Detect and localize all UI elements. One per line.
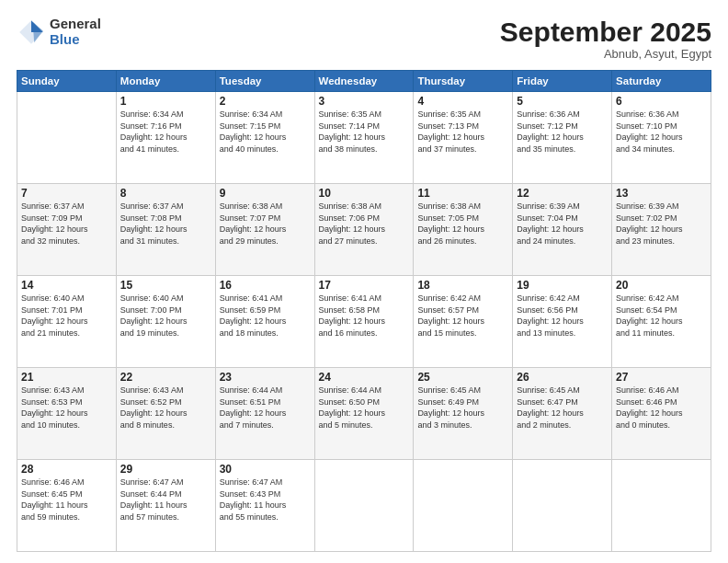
calendar-cell: 29Sunrise: 6:47 AM Sunset: 6:44 PM Dayli… (116, 460, 215, 552)
day-info: Sunrise: 6:34 AM Sunset: 7:16 PM Dayligh… (120, 109, 211, 155)
day-number: 5 (517, 95, 608, 108)
day-info: Sunrise: 6:38 AM Sunset: 7:05 PM Dayligh… (417, 201, 508, 247)
day-number: 12 (517, 187, 608, 200)
day-info: Sunrise: 6:35 AM Sunset: 7:13 PM Dayligh… (417, 109, 508, 155)
calendar-cell: 9Sunrise: 6:38 AM Sunset: 7:07 PM Daylig… (215, 184, 314, 276)
calendar-cell: 3Sunrise: 6:35 AM Sunset: 7:14 PM Daylig… (314, 92, 414, 184)
calendar-cell: 16Sunrise: 6:41 AM Sunset: 6:59 PM Dayli… (215, 276, 314, 368)
day-number: 10 (319, 187, 410, 200)
calendar-cell (314, 460, 414, 552)
day-info: Sunrise: 6:40 AM Sunset: 7:00 PM Dayligh… (120, 293, 211, 339)
calendar-cell: 17Sunrise: 6:41 AM Sunset: 6:58 PM Dayli… (314, 276, 414, 368)
day-info: Sunrise: 6:42 AM Sunset: 6:54 PM Dayligh… (616, 293, 707, 339)
day-number: 1 (120, 95, 211, 108)
calendar-cell: 30Sunrise: 6:47 AM Sunset: 6:43 PM Dayli… (215, 460, 314, 552)
day-number: 22 (120, 371, 211, 384)
calendar-cell: 5Sunrise: 6:36 AM Sunset: 7:12 PM Daylig… (513, 92, 612, 184)
calendar-cell: 20Sunrise: 6:42 AM Sunset: 6:54 PM Dayli… (612, 276, 711, 368)
day-info: Sunrise: 6:39 AM Sunset: 7:04 PM Dayligh… (517, 201, 608, 247)
day-number: 13 (616, 187, 707, 200)
logo-icon (17, 17, 46, 47)
logo: General Blue (17, 17, 101, 47)
day-number: 29 (120, 463, 211, 476)
month-title: September 2025 (500, 17, 711, 47)
week-row-3: 14Sunrise: 6:40 AM Sunset: 7:01 PM Dayli… (17, 276, 711, 368)
calendar-cell: 26Sunrise: 6:45 AM Sunset: 6:47 PM Dayli… (513, 368, 612, 460)
title-block: September 2025 Abnub, Asyut, Egypt (500, 17, 711, 61)
day-number: 4 (417, 95, 508, 108)
day-info: Sunrise: 6:45 AM Sunset: 6:47 PM Dayligh… (517, 385, 608, 431)
logo-text: General Blue (50, 17, 101, 47)
day-info: Sunrise: 6:41 AM Sunset: 6:59 PM Dayligh… (220, 293, 311, 339)
day-number: 8 (120, 187, 211, 200)
day-info: Sunrise: 6:36 AM Sunset: 7:12 PM Dayligh… (517, 109, 608, 155)
calendar-cell: 14Sunrise: 6:40 AM Sunset: 7:01 PM Dayli… (17, 276, 117, 368)
calendar-cell (17, 92, 117, 184)
week-row-4: 21Sunrise: 6:43 AM Sunset: 6:53 PM Dayli… (17, 368, 711, 460)
day-number: 7 (21, 187, 112, 200)
page: General Blue September 2025 Abnub, Asyut… (0, 0, 728, 563)
logo-blue: Blue (50, 32, 101, 48)
day-number: 28 (21, 463, 112, 476)
weekday-header-sunday: Sunday (17, 71, 117, 92)
calendar-cell: 27Sunrise: 6:46 AM Sunset: 6:46 PM Dayli… (612, 368, 711, 460)
calendar-cell: 15Sunrise: 6:40 AM Sunset: 7:00 PM Dayli… (116, 276, 215, 368)
day-number: 20 (616, 279, 707, 292)
calendar-table: SundayMondayTuesdayWednesdayThursdayFrid… (17, 70, 711, 552)
day-info: Sunrise: 6:37 AM Sunset: 7:08 PM Dayligh… (120, 201, 211, 247)
day-number: 9 (220, 187, 311, 200)
calendar-cell: 1Sunrise: 6:34 AM Sunset: 7:16 PM Daylig… (116, 92, 215, 184)
calendar-cell: 2Sunrise: 6:34 AM Sunset: 7:15 PM Daylig… (215, 92, 314, 184)
day-number: 6 (616, 95, 707, 108)
day-info: Sunrise: 6:42 AM Sunset: 6:57 PM Dayligh… (417, 293, 508, 339)
calendar-cell: 28Sunrise: 6:46 AM Sunset: 6:45 PM Dayli… (17, 460, 117, 552)
day-number: 14 (21, 279, 112, 292)
day-info: Sunrise: 6:47 AM Sunset: 6:44 PM Dayligh… (120, 477, 211, 523)
day-info: Sunrise: 6:43 AM Sunset: 6:53 PM Dayligh… (21, 385, 112, 431)
day-info: Sunrise: 6:44 AM Sunset: 6:51 PM Dayligh… (220, 385, 311, 431)
weekday-header-friday: Friday (513, 71, 612, 92)
day-number: 21 (21, 371, 112, 384)
day-number: 16 (220, 279, 311, 292)
day-info: Sunrise: 6:46 AM Sunset: 6:46 PM Dayligh… (616, 385, 707, 431)
calendar-cell: 12Sunrise: 6:39 AM Sunset: 7:04 PM Dayli… (513, 184, 612, 276)
day-info: Sunrise: 6:47 AM Sunset: 6:43 PM Dayligh… (220, 477, 311, 523)
weekday-header-saturday: Saturday (612, 71, 711, 92)
day-number: 26 (517, 371, 608, 384)
location-subtitle: Abnub, Asyut, Egypt (500, 47, 711, 61)
day-info: Sunrise: 6:36 AM Sunset: 7:10 PM Dayligh… (616, 109, 707, 155)
day-number: 18 (417, 279, 508, 292)
day-number: 19 (517, 279, 608, 292)
week-row-2: 7Sunrise: 6:37 AM Sunset: 7:09 PM Daylig… (17, 184, 711, 276)
day-info: Sunrise: 6:43 AM Sunset: 6:52 PM Dayligh… (120, 385, 211, 431)
weekday-header-row: SundayMondayTuesdayWednesdayThursdayFrid… (17, 71, 711, 92)
day-number: 30 (220, 463, 311, 476)
calendar-cell: 10Sunrise: 6:38 AM Sunset: 7:06 PM Dayli… (314, 184, 414, 276)
weekday-header-wednesday: Wednesday (314, 71, 414, 92)
calendar-cell: 21Sunrise: 6:43 AM Sunset: 6:53 PM Dayli… (17, 368, 117, 460)
calendar-cell: 22Sunrise: 6:43 AM Sunset: 6:52 PM Dayli… (116, 368, 215, 460)
logo-general: General (50, 17, 101, 32)
day-info: Sunrise: 6:34 AM Sunset: 7:15 PM Dayligh… (220, 109, 311, 155)
calendar-cell (513, 460, 612, 552)
weekday-header-monday: Monday (116, 71, 215, 92)
weekday-header-thursday: Thursday (414, 71, 513, 92)
day-info: Sunrise: 6:37 AM Sunset: 7:09 PM Dayligh… (21, 201, 112, 247)
day-info: Sunrise: 6:45 AM Sunset: 6:49 PM Dayligh… (417, 385, 508, 431)
week-row-5: 28Sunrise: 6:46 AM Sunset: 6:45 PM Dayli… (17, 460, 711, 552)
day-number: 25 (417, 371, 508, 384)
calendar-cell (414, 460, 513, 552)
calendar-cell: 23Sunrise: 6:44 AM Sunset: 6:51 PM Dayli… (215, 368, 314, 460)
calendar-cell: 8Sunrise: 6:37 AM Sunset: 7:08 PM Daylig… (116, 184, 215, 276)
weekday-header-tuesday: Tuesday (215, 71, 314, 92)
calendar-cell: 7Sunrise: 6:37 AM Sunset: 7:09 PM Daylig… (17, 184, 117, 276)
day-info: Sunrise: 6:44 AM Sunset: 6:50 PM Dayligh… (319, 385, 410, 431)
calendar-cell: 11Sunrise: 6:38 AM Sunset: 7:05 PM Dayli… (414, 184, 513, 276)
day-number: 11 (417, 187, 508, 200)
calendar-cell: 19Sunrise: 6:42 AM Sunset: 6:56 PM Dayli… (513, 276, 612, 368)
day-info: Sunrise: 6:35 AM Sunset: 7:14 PM Dayligh… (319, 109, 410, 155)
calendar-cell: 25Sunrise: 6:45 AM Sunset: 6:49 PM Dayli… (414, 368, 513, 460)
calendar-cell: 4Sunrise: 6:35 AM Sunset: 7:13 PM Daylig… (414, 92, 513, 184)
day-number: 23 (220, 371, 311, 384)
day-info: Sunrise: 6:39 AM Sunset: 7:02 PM Dayligh… (616, 201, 707, 247)
